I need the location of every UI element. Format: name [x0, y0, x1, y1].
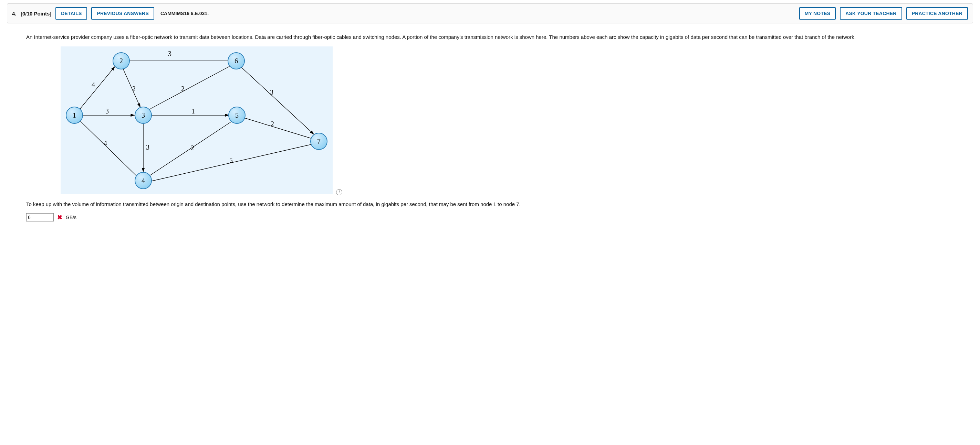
edge-2-3 [123, 68, 140, 108]
edge-label-1-3: 3 [105, 107, 109, 115]
info-icon[interactable]: i [336, 189, 342, 195]
network-graph: 4 3 4 2 3 3 [60, 46, 332, 194]
svg-text:3: 3 [142, 111, 145, 119]
edge-1-4 [79, 120, 137, 176]
node-4: 4 [135, 172, 151, 189]
question-number: 4. [0/10 Points] [12, 11, 51, 16]
edge-3-6 [149, 66, 231, 110]
question-header: 4. [0/10 Points] DETAILS PREVIOUS ANSWER… [7, 3, 973, 24]
problem-question: To keep up with the volume of informatio… [26, 201, 959, 208]
edge-label-4-5: 2 [191, 144, 194, 152]
node-1: 1 [66, 107, 83, 124]
edge-label-3-5: 1 [191, 107, 195, 115]
question-code: CAMMIMS16 6.E.031. [161, 11, 209, 16]
node-5: 5 [229, 107, 245, 124]
incorrect-icon: ✖ [57, 214, 62, 221]
edge-label-4-7: 5 [229, 157, 233, 164]
practice-another-button[interactable]: PRACTICE ANOTHER [906, 7, 968, 20]
question-body: An Internet-service provider company use… [7, 24, 973, 225]
answer-row: ✖ GB/s [26, 213, 959, 222]
edge-label-3-6: 2 [181, 85, 185, 92]
svg-text:7: 7 [317, 138, 321, 145]
node-6: 6 [228, 52, 245, 69]
node-3: 3 [135, 107, 151, 124]
svg-text:5: 5 [235, 111, 239, 119]
edge-label-1-4: 4 [103, 139, 107, 147]
ask-teacher-button[interactable]: ASK YOUR TEACHER [840, 7, 902, 20]
node-7: 7 [310, 133, 327, 150]
edge-label-2-6: 3 [168, 50, 172, 57]
q-num: 4. [12, 11, 16, 16]
edge-label-3-4: 3 [146, 143, 150, 151]
edge-5-7 [245, 118, 312, 139]
my-notes-button[interactable]: MY NOTES [799, 7, 836, 20]
svg-text:2: 2 [119, 57, 123, 65]
edge-6-7 [240, 67, 314, 135]
node-2: 2 [113, 52, 129, 69]
edge-label-5-7: 2 [270, 120, 274, 128]
previous-answers-button[interactable]: PREVIOUS ANSWERS [91, 7, 154, 20]
svg-text:6: 6 [234, 57, 238, 65]
svg-text:4: 4 [142, 177, 145, 184]
edge-label-6-7: 3 [270, 89, 274, 96]
answer-unit: GB/s [66, 215, 76, 220]
details-button[interactable]: DETAILS [56, 7, 87, 20]
edge-1-2 [78, 67, 115, 111]
answer-input[interactable] [26, 213, 54, 222]
edge-label-1-2: 4 [92, 81, 95, 89]
problem-intro: An Internet-service provider company use… [26, 33, 959, 41]
q-points: [0/10 Points] [21, 11, 51, 16]
network-figure: 4 3 4 2 3 3 [60, 46, 959, 195]
edge-label-2-3: 2 [132, 85, 136, 92]
svg-text:1: 1 [73, 111, 76, 119]
